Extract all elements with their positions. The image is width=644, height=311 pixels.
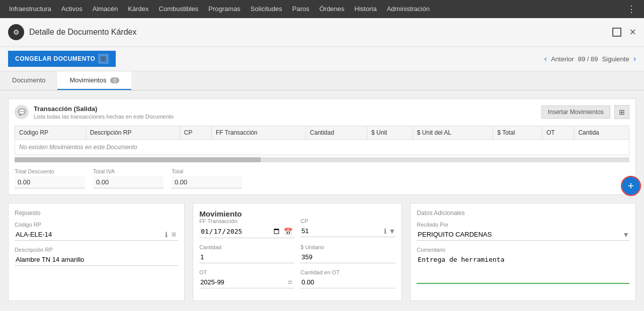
col-codigo-rp: Código RP [15,126,86,140]
ot-group: OT = [199,269,294,288]
movimiento-row2: Cantidad $ Unitario [199,244,395,269]
insert-movements-button[interactable]: Insertar Movimientos [541,106,610,119]
col-descripcion-rp: Descripción RP [86,126,180,140]
freeze-grid-icon: ⊞ [98,54,109,64]
modal-header: ⚙ Detalle de Documento Kárdex × [0,18,644,47]
datos-title: Datos Adicionales [417,210,629,217]
total-descuento-label: Total Descuento [15,168,85,174]
nav-combustibles[interactable]: Combustibles [154,0,204,18]
tab-documento[interactable]: Documento [0,71,57,90]
nav-activos[interactable]: Activos [56,0,88,18]
modal-container: ⚙ Detalle de Documento Kárdex × CONGELAR… [0,18,644,311]
recibido-select[interactable]: PERIQUITO CARDENAS [417,229,622,240]
filter-icon-button[interactable]: ≡ [170,230,178,239]
nav-infraestructura[interactable]: Infraestructura [4,0,56,18]
grid-view-button[interactable]: ⊞ [614,105,629,119]
cantidad-ot-input[interactable] [300,276,395,288]
cp-icons: ℹ ▼ [384,227,395,235]
cp-label: CP [300,218,395,224]
codigo-rp-input-wrap: ℹ ≡ [15,229,178,241]
cp-info-icon[interactable]: ℹ [384,227,386,235]
nav-kardex[interactable]: Kárdex [123,0,153,18]
movimiento-card: Movimiento FF Transacción 📅 CP [193,203,402,301]
info-icon[interactable]: ℹ [163,231,170,239]
total-field: Total [172,168,242,188]
descripcion-rp-input[interactable] [15,254,178,266]
total-iva-label: Total IVA [93,168,164,174]
cp-input[interactable] [300,225,384,237]
cantidad-ot-group: Cantidad en OT [300,269,395,288]
nav-programas[interactable]: Programas [203,0,246,18]
total-label: Total [172,168,242,174]
next-arrow-icon[interactable]: › [633,54,636,63]
freeze-label: CONGELAR DOCUMENTO [15,55,95,62]
nav-administracion[interactable]: Administración [382,0,435,18]
next-label[interactable]: Siguiente [602,55,629,63]
total-iva-input[interactable] [93,176,164,188]
main-content: 💬 Transacción (Salida) Lista todas las t… [0,90,644,311]
movimientos-badge: 0 [110,77,119,83]
nav-paros[interactable]: Paros [287,0,314,18]
ot-equals-icon: = [286,278,294,287]
bottom-form-area: + Repuesto Código RP ℹ ≡ Descripción RP [8,203,636,301]
nav-almacen[interactable]: Almacén [88,0,123,18]
unitario-label: $ Unitario [300,244,395,250]
col-ff-transaccion: FF Transacción [212,126,306,140]
codigo-rp-input[interactable] [15,229,163,240]
top-navigation: Infraestructura Activos Almacén Kárdex C… [0,0,644,18]
comentario-group: Comentario [417,247,629,285]
ot-input[interactable] [199,276,286,288]
freeze-document-button[interactable]: CONGELAR DOCUMENTO ⊞ [8,51,116,67]
movimiento-title: Movimiento [199,210,395,218]
unitario-group: $ Unitario [300,244,395,263]
more-options-icon[interactable]: ⋮ [623,4,640,15]
descripcion-rp-group: Descripción RP [15,247,178,266]
repuesto-card: Repuesto Código RP ℹ ≡ Descripción RP [8,203,185,301]
ff-transaccion-label: FF Transacción [199,218,294,224]
tab-movimientos[interactable]: Movimientos 0 [57,71,131,90]
movements-table: Código RP Descripción RP CP FF Transacci… [15,126,629,155]
recibido-select-wrap: PERIQUITO CARDENAS ▼ [417,229,629,241]
total-descuento-input[interactable] [15,176,85,188]
section-subtitle: Lista todas las transacciones hechas en … [34,114,174,120]
prev-label[interactable]: Anterior [551,55,574,63]
recibido-dropdown-icon[interactable]: ▼ [622,231,629,239]
prev-arrow-icon[interactable]: ‹ [544,54,547,63]
descripcion-rp-label: Descripción RP [15,247,178,253]
nav-solicitudes[interactable]: Solicitudes [246,0,287,18]
ff-date-input-wrap: 📅 [199,225,294,238]
col-unit: $ Unit [367,126,413,140]
nav-ordenes[interactable]: Órdenes [314,0,350,18]
nav-historia[interactable]: Historia [350,0,382,18]
add-movement-button[interactable]: + [622,177,640,195]
cantidad-group: Cantidad [199,244,294,263]
section-actions: Insertar Movimientos ⊞ [541,105,629,119]
cantidad-label: Cantidad [199,244,294,250]
col-total: $ Total [493,126,542,140]
close-button[interactable]: × [629,27,636,38]
cp-input-wrap: ℹ ▼ [300,225,395,237]
recibido-por-group: Recibido Por PERIQUITO CARDENAS ▼ [417,222,629,241]
cp-dropdown-icon[interactable]: ▼ [388,227,395,235]
comentario-textarea[interactable] [417,254,629,284]
codigo-rp-label: Código RP [15,222,178,228]
cantidad-input[interactable] [199,251,294,263]
col-cantidad: Cantidad [306,126,367,140]
col-ot: OT [542,126,574,140]
totals-row: Total Descuento Total IVA Total [15,168,629,188]
modal-checkbox[interactable] [612,28,621,37]
modal-title: Detalle de Documento Kárdex [29,28,607,37]
section-title: Transacción (Salida) [34,105,174,113]
comentario-label: Comentario [417,247,629,253]
ff-transaccion-group: FF Transacción 📅 [199,218,294,238]
add-button-container: + [622,177,640,195]
movimiento-row1: FF Transacción 📅 CP ℹ ▼ [199,218,395,244]
section-header: 💬 Transacción (Salida) Lista todas las t… [15,105,629,120]
calendar-icon[interactable]: 📅 [282,228,294,236]
table-scrollbar[interactable] [15,157,629,162]
no-data-message: No existen Movimientos en este Documento [15,140,629,155]
table-scroll-container[interactable]: Código RP Descripción RP CP FF Transacci… [15,126,629,155]
total-input[interactable] [172,176,242,188]
ff-date-input[interactable] [199,225,282,238]
unitario-input[interactable] [300,251,395,263]
